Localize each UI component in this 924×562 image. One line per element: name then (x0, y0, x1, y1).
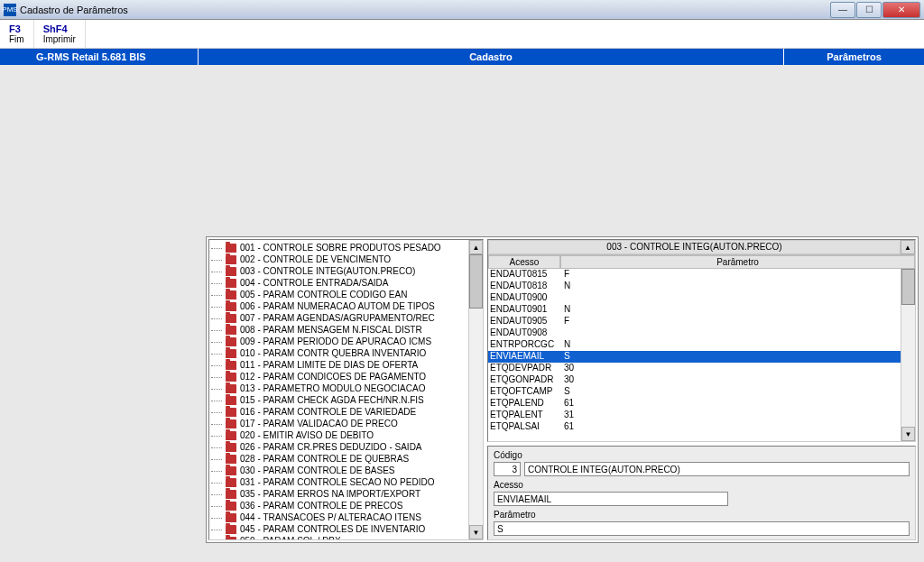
scroll-down-button[interactable]: ▼ (469, 525, 483, 539)
codigo-num-field[interactable] (494, 462, 521, 476)
tree-item[interactable]: 007 - PARAM AGENDAS/AGRUPAMENTO/REC (209, 312, 468, 324)
maximize-button[interactable]: ☐ (856, 2, 882, 18)
parametro-field[interactable] (494, 521, 910, 536)
row-codigo (494, 462, 910, 476)
tree-item[interactable]: 031 - PARAM CONTROLE SECAO NO PEDIDO (209, 476, 468, 488)
tree-item-label: 004 - CONTROLE ENTRADA/SAIDA (240, 278, 388, 288)
row-acesso (494, 492, 910, 506)
scroll-track[interactable] (469, 254, 483, 525)
tree-panel: 001 - CONTROLE SOBRE PRODUTOS PESADO002 … (208, 239, 484, 540)
tree-item[interactable]: 013 - PARAMETRO MODULO NEGOCIACAO (209, 382, 468, 394)
tree-item[interactable]: 002 - CONTROLE DE VENCIMENTO (209, 253, 468, 265)
header-left: G-RMS Retail 5.681 BIS (0, 49, 199, 65)
grid-scroll-up[interactable]: ▲ (901, 240, 915, 254)
tree-item-label: 011 - PARAM LIMITE DE DIAS DE OFERTA (240, 360, 418, 370)
shortcut-fim[interactable]: F3 Fim (0, 20, 34, 48)
tree-item-label: 050 - PARAM SQL / DBX (240, 536, 341, 539)
folder-icon (226, 513, 236, 522)
cell-parametro: 61 (560, 398, 901, 410)
tree-item[interactable]: 028 - PARAM CONTROLE DE QUEBRAS (209, 453, 468, 465)
label-codigo: Código (494, 450, 910, 460)
tree-item[interactable]: 015 - PARAM CHECK AGDA FECH/NR.N.FIS (209, 394, 468, 406)
tree-list[interactable]: 001 - CONTROLE SOBRE PRODUTOS PESADO002 … (209, 240, 468, 539)
scroll-thumb[interactable] (469, 254, 483, 309)
tree-item[interactable]: 045 - PARAM CONTROLES DE INVENTARIO (209, 523, 468, 535)
cell-acesso: ENVIAEMAIL (488, 351, 560, 363)
minimize-button[interactable]: — (830, 2, 855, 18)
grid-row[interactable]: ENDAUT0901N (488, 304, 901, 316)
grid-row[interactable]: ENTRPORCGCN (488, 339, 901, 351)
shortcut-key: ShF4 (43, 23, 76, 34)
tree-item[interactable]: 035 - PARAM ERROS NA IMPORT/EXPORT (209, 488, 468, 500)
tree-item-label: 013 - PARAMETRO MODULO NEGOCIACAO (240, 383, 425, 393)
tree-item[interactable]: 044 - TRANSACOES P/ ALTERACAO ITENS (209, 511, 468, 523)
folder-icon (226, 537, 236, 540)
scroll-up-button[interactable]: ▲ (469, 240, 483, 254)
right-column: 003 - CONTROLE INTEG(AUTON.PRECO) ▲ Aces… (487, 239, 916, 540)
label-acesso: Acesso (494, 480, 910, 490)
tree-item[interactable]: 004 - CONTROLE ENTRADA/SAIDA (209, 277, 468, 289)
grid-row[interactable]: ETQPALEND61 (488, 398, 901, 410)
folder-icon (226, 361, 236, 370)
tree-scrollbar[interactable]: ▲ ▼ (468, 240, 483, 539)
grid-row[interactable]: ETQPALSAI61 (488, 421, 901, 433)
folder-icon (226, 431, 236, 440)
grid-rows[interactable]: ENDAUT0815FENDAUT0818NENDAUT0900ENDAUT09… (488, 269, 901, 441)
grid-row[interactable]: ETQOFTCAMPS (488, 386, 901, 398)
grid-row[interactable]: ENDAUT0818N (488, 281, 901, 292)
grid-row[interactable]: ENDAUT0815F (488, 269, 901, 281)
grid-row[interactable]: ENDAUT0900 (488, 292, 901, 304)
close-button[interactable]: ✕ (882, 2, 920, 18)
shortcut-imprimir[interactable]: ShF4 Imprimir (34, 20, 86, 48)
grid-row[interactable]: ETQPALENT31 (488, 410, 901, 421)
cell-parametro: S (560, 351, 901, 363)
tree-item-label: 010 - PARAM CONTR QUEBRA INVENTARIO (240, 348, 426, 358)
cell-parametro: 61 (560, 421, 901, 433)
tree-item[interactable]: 036 - PARAM CONTROLE DE PRECOS (209, 500, 468, 511)
label-parametro: Parâmetro (494, 510, 910, 520)
tree-item[interactable]: 016 - PARAM CONTROLE DE VARIEDADE (209, 406, 468, 418)
grid-row[interactable]: ENDAUT0905F (488, 316, 901, 327)
tree-item[interactable]: 012 - PARAM CONDICOES DE PAGAMENTO (209, 371, 468, 382)
header-middle: Cadastro (199, 49, 784, 65)
folder-icon (226, 443, 236, 452)
tree-item[interactable]: 017 - PARAM VALIDACAO DE PRECO (209, 418, 468, 429)
cell-acesso: ENDAUT0901 (488, 304, 560, 316)
tree-item[interactable]: 003 - CONTROLE INTEG(AUTON.PRECO) (209, 265, 468, 277)
col-header-parametro[interactable]: Parâmetro (560, 255, 915, 269)
tree-item-label: 020 - EMITIR AVISO DE DEBITO (240, 430, 374, 440)
cell-parametro (560, 292, 901, 304)
cell-acesso: ENDAUT0908 (488, 327, 560, 339)
folder-icon (226, 478, 236, 487)
tree-item[interactable]: 008 - PARAM MENSAGEM N.FISCAL DISTR (209, 324, 468, 336)
tree-item[interactable]: 010 - PARAM CONTR QUEBRA INVENTARIO (209, 347, 468, 359)
tree-item[interactable]: 005 - PARAM CONTROLE CODIGO EAN (209, 289, 468, 300)
folder-icon (226, 502, 236, 511)
tree-item[interactable]: 050 - PARAM SQL / DBX (209, 535, 468, 539)
grid-row[interactable]: ETQGONPADR30 (488, 374, 901, 386)
tree-item[interactable]: 011 - PARAM LIMITE DE DIAS DE OFERTA (209, 359, 468, 371)
tree-item[interactable]: 006 - PARAM NUMERACAO AUTOM DE TIPOS (209, 300, 468, 312)
folder-icon (226, 244, 236, 253)
tree-item[interactable]: 020 - EMITIR AVISO DE DEBITO (209, 429, 468, 441)
tree-item[interactable]: 030 - PARAM CONTROLE DE BASES (209, 465, 468, 476)
grid-row[interactable]: ENVIAEMAILS (488, 351, 901, 363)
scroll-thumb[interactable] (901, 269, 915, 305)
acesso-field[interactable] (494, 492, 728, 506)
tree-item-label: 005 - PARAM CONTROLE CODIGO EAN (240, 290, 407, 299)
grid-row[interactable]: ENDAUT0908 (488, 327, 901, 339)
scroll-track[interactable] (901, 269, 915, 427)
tree-item-label: 028 - PARAM CONTROLE DE QUEBRAS (240, 454, 409, 464)
tree-item[interactable]: 001 - CONTROLE SOBRE PRODUTOS PESADO (209, 242, 468, 253)
col-header-acesso[interactable]: Acesso (488, 255, 560, 269)
tree-item[interactable]: 009 - PARAM PERIODO DE APURACAO ICMS (209, 336, 468, 347)
codigo-desc-field[interactable] (524, 462, 910, 476)
tree-item-label: 026 - PARAM CR.PRES DEDUZIDO - SAIDA (240, 442, 422, 452)
folder-icon (226, 326, 236, 335)
scroll-down-button[interactable]: ▼ (901, 427, 915, 441)
tree-item[interactable]: 026 - PARAM CR.PRES DEDUZIDO - SAIDA (209, 441, 468, 453)
tree-item-label: 016 - PARAM CONTROLE DE VARIEDADE (240, 407, 416, 417)
grid-row[interactable]: ETQDEVPADR30 (488, 363, 901, 374)
grid-scrollbar[interactable]: ▼ (901, 269, 915, 441)
folder-icon (226, 384, 236, 393)
